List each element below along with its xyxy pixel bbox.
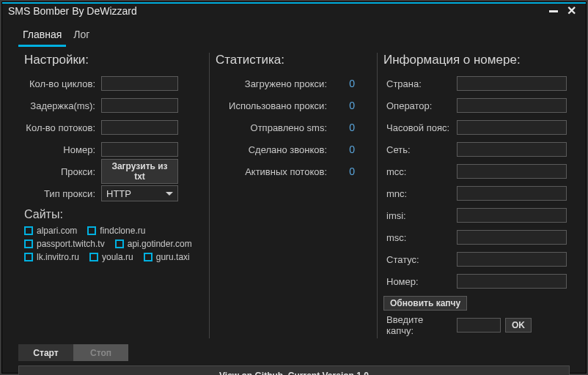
status-field[interactable]: [457, 252, 567, 267]
sites-title: Сайты:: [24, 208, 203, 221]
mnc-field[interactable]: [457, 186, 567, 201]
threads-input[interactable]: [101, 120, 178, 135]
footer-buttons: Старт Стоп: [2, 341, 586, 364]
tab-bar: Главная Лог: [2, 18, 586, 47]
tab-log[interactable]: Лог: [69, 26, 94, 47]
cycles-label: Кол-во циклов:: [24, 78, 101, 89]
number-input[interactable]: [101, 142, 178, 157]
msc-field[interactable]: [457, 230, 567, 245]
tab-main[interactable]: Главная: [18, 26, 66, 47]
active-threads-label: Активных потоков:: [216, 166, 333, 177]
calls-made-value: 0: [333, 144, 355, 155]
active-threads-value: 0: [333, 166, 355, 177]
operator-field[interactable]: [457, 98, 567, 113]
proxy-type-select[interactable]: HTTP: [101, 185, 178, 201]
checkbox-icon: [115, 240, 124, 248]
site-checkbox[interactable]: lk.invitro.ru: [24, 252, 79, 262]
settings-panel: Настройки: Кол-во циклов: Задержка(ms): …: [18, 53, 209, 338]
stats-panel: Статистика: Загружено прокси:0 Использов…: [209, 53, 378, 338]
timezone-label: Часовой пояс:: [383, 122, 457, 133]
captcha-ok-button[interactable]: OK: [505, 318, 532, 333]
close-icon: ✕: [567, 5, 576, 17]
mcc-field[interactable]: [457, 164, 567, 179]
checkbox-icon: [24, 240, 33, 248]
chevron-down-icon: [166, 192, 173, 196]
site-checkbox[interactable]: youla.ru: [89, 252, 133, 262]
checkbox-icon: [24, 226, 33, 235]
checkbox-icon: [89, 253, 98, 261]
site-checkbox[interactable]: alpari.com: [24, 226, 77, 236]
info-number-label: Номер:: [383, 276, 457, 287]
settings-title: Настройки:: [24, 53, 203, 67]
refresh-captcha-button[interactable]: Обновить капчу: [383, 296, 467, 311]
checkbox-icon: [87, 226, 96, 235]
number-label: Номер:: [24, 144, 101, 155]
country-field[interactable]: [457, 76, 567, 91]
checkbox-icon: [144, 253, 152, 261]
window-title: SMS Bomber By DeWizzard: [8, 5, 137, 17]
proxy-label: Прокси:: [24, 166, 101, 177]
sites-list: alpari.com findclone.ru passport.twitch.…: [24, 226, 203, 262]
threads-label: Кол-во потоков:: [24, 122, 101, 133]
proxies-used-value: 0: [333, 100, 355, 111]
site-checkbox[interactable]: guru.taxi: [144, 252, 190, 262]
stats-title: Статистика:: [216, 53, 371, 67]
info-number-field[interactable]: [457, 274, 567, 289]
start-button[interactable]: Старт: [18, 344, 73, 361]
github-link[interactable]: View on Github, Current Version 1.0: [18, 365, 570, 375]
main-window: SMS Bomber By DeWizzard ✕ Главная Лог На…: [1, 1, 587, 374]
proxies-loaded-label: Загружено прокси:: [216, 78, 333, 89]
calls-made-label: Сделано звонков:: [216, 144, 333, 155]
info-title: Информация о номере:: [383, 53, 567, 67]
info-panel: Информация о номере: Страна: Оператор: Ч…: [378, 53, 573, 338]
status-label: Статус:: [383, 254, 457, 265]
cycles-input[interactable]: [101, 76, 178, 91]
timezone-field[interactable]: [457, 120, 567, 135]
country-label: Страна:: [383, 78, 457, 89]
minimize-icon: [549, 10, 558, 12]
sms-sent-value: 0: [333, 122, 355, 133]
stop-button[interactable]: Стоп: [73, 344, 128, 361]
msc-label: msc:: [383, 232, 457, 243]
proxy-type-label: Тип прокси:: [24, 188, 101, 199]
enter-captcha-label: Введите капчу:: [383, 314, 457, 336]
imsi-label: imsi:: [383, 210, 457, 221]
load-proxy-button[interactable]: Загрузить из txt: [101, 159, 178, 184]
proxy-type-value: HTTP: [106, 188, 131, 199]
mnc-label: mnc:: [383, 188, 457, 199]
mcc-label: mcc:: [383, 166, 457, 177]
proxies-used-label: Использовано прокси:: [216, 100, 333, 111]
minimize-button[interactable]: [545, 4, 562, 18]
proxies-loaded-value: 0: [333, 78, 355, 89]
site-checkbox[interactable]: findclone.ru: [87, 226, 145, 236]
close-button[interactable]: ✕: [562, 4, 580, 18]
captcha-input[interactable]: [457, 318, 501, 333]
delay-input[interactable]: [101, 98, 178, 113]
operator-label: Оператор:: [383, 100, 457, 111]
content-area: Настройки: Кол-во циклов: Задержка(ms): …: [2, 47, 586, 341]
titlebar: SMS Bomber By DeWizzard ✕: [2, 2, 586, 18]
site-checkbox[interactable]: passport.twitch.tv: [24, 239, 105, 249]
delay-label: Задержка(ms):: [24, 100, 101, 111]
network-label: Сеть:: [383, 144, 457, 155]
site-checkbox[interactable]: api.gotinder.com: [115, 239, 192, 249]
network-field[interactable]: [457, 142, 567, 157]
imsi-field[interactable]: [457, 208, 567, 223]
checkbox-icon: [24, 253, 33, 261]
sms-sent-label: Отправлено sms:: [216, 122, 333, 133]
